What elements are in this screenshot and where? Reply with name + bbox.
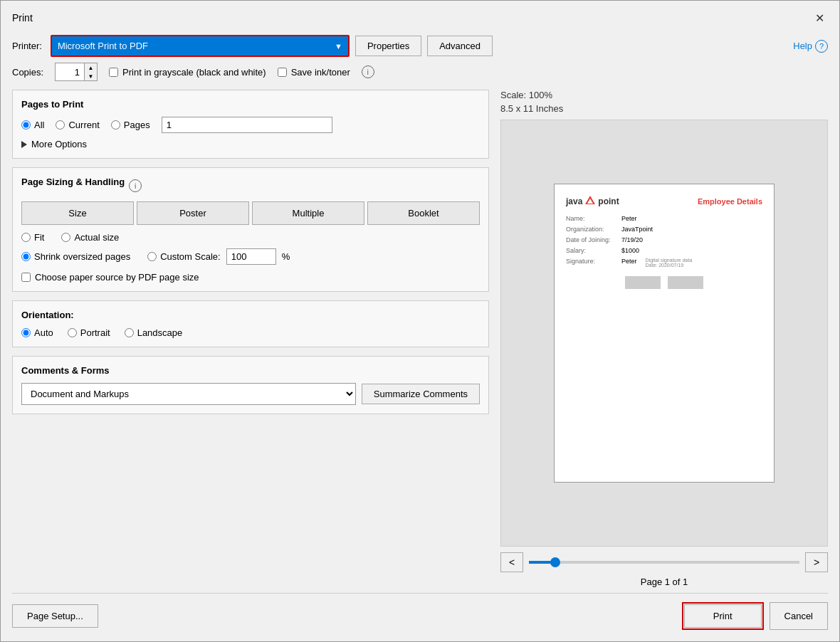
page-slider[interactable]	[529, 561, 799, 564]
dialog-title: Print	[12, 12, 33, 23]
prev-page-button[interactable]: <	[500, 552, 523, 572]
preview-field-salary: Salary: $1000	[566, 247, 762, 254]
poster-button[interactable]: Poster	[137, 201, 249, 225]
preview-page: java point Employee Details	[554, 184, 775, 483]
comments-controls: Document and Markups Summarize Comments	[21, 383, 480, 405]
preview-field-signature: Signature: Peter Digital signature dataD…	[566, 258, 762, 268]
spin-up-button[interactable]: ▲	[84, 63, 97, 72]
multiple-button[interactable]: Multiple	[252, 201, 364, 225]
paper-source-checkbox-label[interactable]: Choose paper source by PDF page size	[21, 272, 480, 283]
slider-thumb[interactable]	[550, 557, 560, 567]
page-indicator: Page 1 of 1	[500, 577, 828, 587]
advanced-button[interactable]: Advanced	[427, 36, 493, 56]
print-button[interactable]: Print	[684, 604, 762, 628]
shrink-custom-row: Shrink oversized pages Custom Scale: %	[21, 248, 480, 265]
next-page-button[interactable]: >	[805, 552, 828, 572]
printer-label: Printer:	[12, 41, 42, 51]
copies-input[interactable]: 1	[56, 65, 84, 80]
nav-row: < >	[500, 552, 828, 572]
page-sizing-section: Page Sizing & Handling i Size Poster Mul…	[12, 167, 489, 292]
custom-scale-row: Custom Scale: %	[147, 248, 290, 265]
bottom-row: Page Setup... Print Cancel	[12, 593, 828, 630]
scale-input[interactable]	[226, 248, 276, 265]
actual-size-radio-label[interactable]: Actual size	[61, 232, 119, 243]
properties-button[interactable]: Properties	[355, 36, 421, 56]
grayscale-checkbox[interactable]	[109, 68, 118, 77]
all-radio-text: All	[34, 120, 44, 130]
auto-radio[interactable]	[21, 328, 31, 337]
paper-source-label: Choose paper source by PDF page size	[35, 272, 199, 283]
info-icon[interactable]: i	[362, 65, 374, 78]
handling-buttons: Size Poster Multiple Booklet	[21, 201, 480, 225]
pages-to-print-section: Pages to Print All Current Pages	[12, 90, 489, 159]
cancel-button[interactable]: Cancel	[770, 602, 828, 630]
scale-text: Scale: 100%	[500, 90, 828, 100]
current-radio[interactable]	[56, 120, 65, 130]
portrait-radio[interactable]	[68, 328, 77, 337]
pages-radio[interactable]	[111, 120, 120, 130]
orientation-row: Auto Portrait Landscape	[21, 327, 480, 338]
current-radio-label[interactable]: Current	[56, 120, 99, 130]
fit-radio-label[interactable]: Fit	[21, 232, 44, 243]
auto-radio-text: Auto	[34, 327, 53, 338]
spin-down-button[interactable]: ▼	[84, 72, 97, 80]
shrink-radio-text: Shrink oversized pages	[34, 251, 130, 262]
landscape-radio-label[interactable]: Landscape	[125, 327, 183, 338]
comments-dropdown[interactable]: Document and Markups	[21, 383, 356, 405]
copies-label: Copies:	[12, 67, 43, 78]
page-sizing-info-icon[interactable]: i	[129, 179, 142, 192]
all-radio[interactable]	[21, 120, 31, 130]
fit-actual-row: Fit Actual size	[21, 232, 480, 243]
preview-box-2	[668, 276, 703, 289]
preview-field-name: Name: Peter	[566, 215, 762, 222]
comments-forms-title: Comments & Forms	[21, 365, 480, 376]
right-panel: Scale: 100% 8.5 x 11 Inches java	[500, 90, 828, 587]
left-panel: Pages to Print All Current Pages	[12, 90, 489, 587]
all-radio-label[interactable]: All	[21, 120, 44, 130]
help-icon: ?	[815, 40, 828, 53]
fit-radio-text: Fit	[34, 232, 44, 243]
preview-area: java point Employee Details	[500, 120, 828, 547]
current-radio-text: Current	[68, 120, 99, 130]
shrink-radio[interactable]	[21, 252, 31, 261]
spinner-buttons: ▲ ▼	[84, 63, 97, 80]
pages-radio-text: Pages	[124, 120, 150, 130]
preview-employee-title: Employee Details	[698, 197, 762, 206]
actual-size-radio-text: Actual size	[74, 232, 119, 243]
pages-radio-label[interactable]: Pages	[111, 120, 150, 130]
summarize-comments-button[interactable]: Summarize Comments	[362, 384, 480, 404]
help-link[interactable]: Help ?	[793, 40, 828, 53]
grayscale-label: Print in grayscale (black and white)	[122, 67, 266, 78]
shrink-radio-label[interactable]: Shrink oversized pages	[21, 251, 130, 262]
main-content: Pages to Print All Current Pages	[12, 90, 828, 587]
actual-size-radio[interactable]	[61, 233, 70, 242]
save-ink-label: Save ink/toner	[291, 67, 350, 78]
orientation-section: Orientation: Auto Portrait Landscape	[12, 300, 489, 347]
more-options-label: More Options	[31, 139, 87, 149]
save-ink-checkbox[interactable]	[278, 68, 287, 77]
page-setup-button[interactable]: Page Setup...	[12, 604, 98, 628]
preview-field-org: Organization: JavaTpoint	[566, 226, 762, 233]
fit-radio[interactable]	[21, 233, 31, 242]
close-button[interactable]: ✕	[811, 9, 828, 26]
pages-input[interactable]	[162, 117, 332, 133]
logo-triangle-svg	[585, 196, 595, 204]
preview-box-1	[625, 276, 661, 289]
custom-scale-radio[interactable]	[147, 252, 157, 261]
landscape-radio[interactable]	[125, 328, 134, 337]
logo-java: java	[566, 196, 582, 206]
portrait-radio-label[interactable]: Portrait	[68, 327, 110, 338]
grayscale-checkbox-label[interactable]: Print in grayscale (black and white)	[109, 67, 266, 78]
paper-source-checkbox[interactable]	[21, 273, 31, 282]
printer-dropdown-wrapper: Microsoft Print to PDF	[51, 35, 350, 57]
booklet-button[interactable]: Booklet	[367, 201, 480, 225]
size-button[interactable]: Size	[21, 201, 134, 225]
preview-boxes	[566, 276, 762, 289]
save-ink-checkbox-label[interactable]: Save ink/toner	[278, 67, 350, 78]
custom-scale-radio-label[interactable]: Custom Scale:	[147, 251, 221, 262]
auto-radio-label[interactable]: Auto	[21, 327, 53, 338]
more-options[interactable]: More Options	[21, 139, 480, 149]
preview-logo: java point	[566, 196, 619, 206]
more-options-triangle	[21, 141, 27, 148]
printer-select[interactable]: Microsoft Print to PDF	[52, 36, 348, 56]
